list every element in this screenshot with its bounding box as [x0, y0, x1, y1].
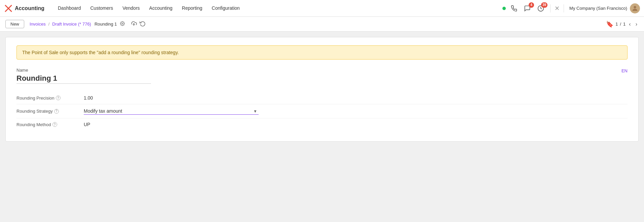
topnav-right: 4 39 ✕ My Company (San Francisco)	[502, 3, 640, 14]
rounding-method-value: UP	[84, 122, 628, 127]
messages-badge: 4	[529, 2, 534, 8]
rounding-method-row: Rounding Method ? UP	[16, 118, 628, 131]
messages-icon-button[interactable]: 4	[522, 3, 533, 14]
nav-item-accounting[interactable]: Accounting	[145, 0, 177, 17]
name-input[interactable]	[16, 73, 151, 84]
rounding-precision-value: 1.00	[84, 95, 628, 101]
name-label: Name	[16, 68, 28, 73]
nav-item-configuration[interactable]: Configuration	[207, 0, 244, 17]
pager-prev-button[interactable]: ‹	[628, 21, 632, 28]
breadcrumb-bar: New Invoices / Draft Invoice (* 776) Rou…	[0, 17, 644, 32]
pager-separator: /	[620, 22, 621, 27]
divider2	[564, 4, 564, 12]
activity-icon-button[interactable]: 39	[535, 3, 546, 14]
language-tag[interactable]: EN	[621, 68, 628, 73]
name-section: Name EN	[16, 68, 628, 84]
save-cloud-icon[interactable]	[131, 21, 137, 28]
new-button[interactable]: New	[5, 20, 24, 28]
main-content: The Point of Sale only supports the "add…	[0, 32, 644, 222]
nav-item-dashboard[interactable]: Dashboard	[53, 0, 86, 17]
settings-icon-button[interactable]	[120, 21, 125, 27]
name-label-row: Name	[16, 68, 628, 73]
gear-icon	[120, 21, 125, 26]
activity-badge: 39	[541, 2, 547, 8]
rounding-precision-help-icon[interactable]: ?	[56, 96, 61, 100]
nav-item-vendors[interactable]: Vendors	[118, 0, 144, 17]
svg-point-3	[634, 6, 636, 8]
rounding-strategy-select[interactable]: Modify tax amount Add a rounding line	[84, 108, 259, 115]
close-icon-button[interactable]: ✕	[555, 5, 560, 12]
nav-item-customers[interactable]: Customers	[86, 0, 118, 17]
rounding-method-label: Rounding Method	[16, 122, 51, 127]
cloud-upload-icon	[131, 21, 137, 27]
pager-next-button[interactable]: ›	[634, 21, 639, 28]
rounding-precision-label-group: Rounding Precision ?	[16, 96, 84, 101]
rounding-strategy-row: Rounding Strategy ? Modify tax amount Ad…	[16, 104, 628, 118]
app-logo[interactable]: Accounting	[4, 4, 50, 13]
rounding-strategy-select-wrapper: Modify tax amount Add a rounding line ▼	[84, 108, 259, 115]
pager: 🔖 1 / 1 ‹ ›	[606, 21, 639, 28]
rounding-method-label-group: Rounding Method ?	[16, 122, 84, 127]
rounding-strategy-label-group: Rounding Strategy ?	[16, 109, 84, 114]
breadcrumb-invoices-link[interactable]: Invoices	[30, 22, 46, 27]
form-card: The Point of Sale only supports the "add…	[5, 37, 639, 142]
pager-total: 1	[623, 22, 626, 27]
nav-item-reporting[interactable]: Reporting	[177, 0, 207, 17]
rounding-precision-row: Rounding Precision ? 1.00	[16, 92, 628, 104]
pager-current: 1	[615, 22, 618, 27]
reset-icon	[140, 21, 146, 27]
divider	[550, 4, 551, 12]
company-name: My Company (San Francisco)	[569, 6, 627, 11]
warning-message: The Point of Sale only supports the "add…	[22, 50, 179, 55]
svg-point-4	[122, 23, 123, 24]
breadcrumb-left: New Invoices / Draft Invoice (* 776) Rou…	[5, 20, 146, 28]
rounding-precision-label: Rounding Precision	[16, 96, 54, 101]
avatar[interactable]	[630, 3, 640, 13]
app-name: Accounting	[15, 5, 44, 11]
rounding-method-help-icon[interactable]: ?	[52, 122, 57, 127]
phone-icon	[510, 5, 517, 12]
logo-icon	[4, 4, 13, 13]
breadcrumb-draft-invoice-link[interactable]: Draft Invoice (* 776)	[52, 22, 91, 27]
record-name: Rounding 1	[94, 22, 117, 27]
status-indicator	[502, 7, 506, 10]
rounding-strategy-help-icon[interactable]: ?	[54, 109, 59, 114]
breadcrumb-separator-1: /	[48, 22, 50, 27]
rounding-strategy-label: Rounding Strategy	[16, 109, 53, 114]
warning-banner: The Point of Sale only supports the "add…	[16, 45, 628, 60]
nav-menu: Dashboard Customers Vendors Accounting R…	[53, 0, 502, 17]
discard-icon[interactable]	[140, 21, 146, 28]
bookmark-icon[interactable]: 🔖	[606, 21, 613, 28]
phone-icon-button[interactable]	[508, 3, 519, 14]
top-navigation: Accounting Dashboard Customers Vendors A…	[0, 0, 644, 17]
action-icons	[131, 21, 146, 28]
